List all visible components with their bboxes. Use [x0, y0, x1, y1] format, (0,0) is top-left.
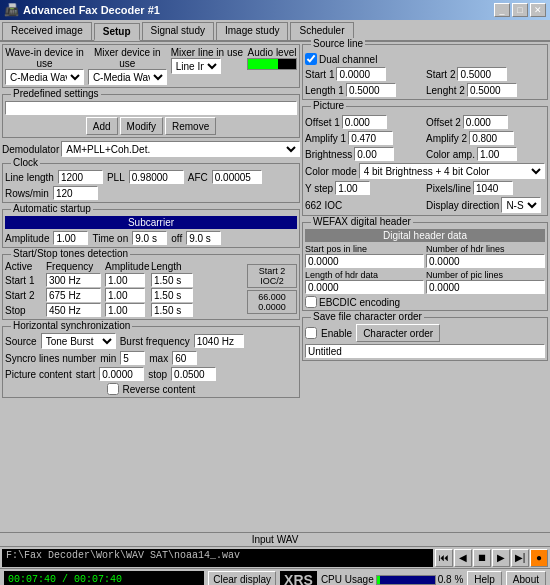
afc-input[interactable]: [212, 170, 262, 184]
demodulator-label: Demodulator: [2, 144, 59, 155]
col-length: Length: [151, 261, 196, 272]
stop-button[interactable]: ⏹: [473, 549, 491, 567]
tab-setup[interactable]: Setup: [94, 23, 140, 41]
amplify2-input[interactable]: [469, 131, 514, 145]
cpu-value: 0.8 %: [438, 574, 464, 585]
record-button[interactable]: ●: [530, 549, 548, 567]
app-icon: 📠: [4, 3, 19, 17]
time-display: 00:07:40 / 00:07:40: [4, 571, 204, 586]
clear-display-button[interactable]: Clear display: [208, 571, 276, 586]
stop-label: Stop: [5, 305, 45, 316]
enable-checkbox[interactable]: [305, 327, 317, 339]
display-dir-select[interactable]: N-S: [501, 197, 541, 213]
picture-content-label: Picture content: [5, 369, 72, 380]
length-hdr-input[interactable]: [305, 280, 424, 294]
tab-received-image[interactable]: Received image: [2, 22, 92, 40]
amplitude-input[interactable]: [53, 231, 88, 245]
y-step-input[interactable]: [335, 181, 370, 195]
stop-freq-input[interactable]: [46, 303, 101, 317]
off-input[interactable]: [186, 231, 221, 245]
horiz-sync-title: Horizontal synchronization: [11, 320, 132, 331]
offset1-input[interactable]: [342, 115, 387, 129]
window-title: Advanced Fax Decoder #1: [23, 4, 160, 16]
start1-amp-input[interactable]: [105, 273, 145, 287]
maximize-button[interactable]: □: [512, 3, 528, 17]
start-pos-input[interactable]: [305, 254, 424, 268]
wave-in-select[interactable]: C-Media Wave Device: [5, 69, 84, 85]
num-hdr-input[interactable]: [426, 254, 545, 268]
num-pic-label: Number of pic lines: [426, 270, 545, 280]
num-pic-input[interactable]: [426, 280, 545, 294]
ebcdic-label: EBCDIC encoding: [319, 297, 400, 308]
filename-input[interactable]: [305, 344, 545, 358]
color-mode-select[interactable]: 4 bit Brightness + 4 bit Color: [359, 163, 545, 179]
amplify1-input[interactable]: [348, 131, 393, 145]
pic-start-input[interactable]: [99, 367, 144, 381]
close-button[interactable]: ✕: [530, 3, 546, 17]
remove-button[interactable]: Remove: [165, 117, 216, 135]
next-button[interactable]: ▶|: [511, 549, 529, 567]
status-bar: 00:07:40 / 00:07:40 Clear display XRS CP…: [0, 568, 550, 585]
mixer-device-label: Mixer device in use: [88, 47, 167, 69]
subcarrier-title: Subcarrier: [5, 216, 297, 229]
line-length-input[interactable]: [58, 170, 103, 184]
sync-min-input[interactable]: [120, 351, 145, 365]
start1-freq-input[interactable]: [46, 273, 101, 287]
offset2-input[interactable]: [463, 115, 508, 129]
afc-label: AFC: [188, 172, 208, 183]
pixels-line-input[interactable]: [473, 181, 513, 195]
start1-len-input[interactable]: [151, 273, 193, 287]
brightness-input[interactable]: [354, 147, 394, 161]
predefined-input[interactable]: [5, 101, 297, 115]
source-line-title: Source line: [311, 38, 365, 49]
col-frequency: Frequency: [46, 261, 104, 272]
burst-freq-label: Burst frequency: [120, 336, 190, 347]
rows-min-input[interactable]: [53, 186, 98, 200]
input-wav-label: Input WAV: [0, 532, 550, 546]
reverse-checkbox[interactable]: [107, 383, 119, 395]
length1-input[interactable]: [346, 83, 396, 97]
offset1-label: Offset 1: [305, 117, 340, 128]
start2-amp-input[interactable]: [105, 288, 145, 302]
rows-min-label: Rows/min: [5, 188, 49, 199]
length2-input[interactable]: [467, 83, 517, 97]
demodulator-select[interactable]: AM+PLL+Coh.Det.: [61, 141, 300, 157]
dual-channel-checkbox[interactable]: [305, 53, 317, 65]
brightness-label: Brightness: [305, 149, 352, 160]
sync-max-input[interactable]: [172, 351, 197, 365]
modify-button[interactable]: Modify: [120, 117, 163, 135]
burst-freq-input[interactable]: [194, 334, 244, 348]
mixer-line-select[interactable]: Line In: [171, 58, 221, 74]
tab-signal-study[interactable]: Signal study: [142, 22, 214, 40]
cpu-progress-bar: [376, 575, 436, 585]
time-on-input[interactable]: [132, 231, 167, 245]
start2-src-input[interactable]: [457, 67, 507, 81]
ioc-overlay2: 66.000 0.0000: [247, 290, 297, 314]
pll-input[interactable]: [129, 170, 184, 184]
source-select[interactable]: Tone Burst: [41, 333, 116, 349]
start1-label: Start 1: [5, 275, 45, 286]
tab-image-study[interactable]: Image study: [216, 22, 288, 40]
length1-label: Length 1: [305, 85, 344, 96]
stop-amp-input[interactable]: [105, 303, 145, 317]
start2-len-input[interactable]: [151, 288, 193, 302]
add-button[interactable]: Add: [86, 117, 118, 135]
rewind-button[interactable]: ⏮: [435, 549, 453, 567]
xrs-label: XRS: [280, 571, 317, 586]
mixer-device-select[interactable]: C-Media Wave Device: [88, 69, 167, 85]
start2-freq-input[interactable]: [46, 288, 101, 302]
help-button[interactable]: Help: [467, 571, 502, 586]
play-button[interactable]: ▶: [492, 549, 510, 567]
color-amp-input[interactable]: [477, 147, 517, 161]
minimize-button[interactable]: _: [494, 3, 510, 17]
start2-label: Start 2: [5, 290, 45, 301]
pic-stop-input[interactable]: [171, 367, 216, 381]
ebcdic-checkbox[interactable]: [305, 296, 317, 308]
about-button[interactable]: About: [506, 571, 546, 586]
prev-button[interactable]: ◀: [454, 549, 472, 567]
amplitude-label: Amplitude: [5, 233, 49, 244]
char-order-button[interactable]: Character order: [356, 324, 440, 342]
stop-len-input[interactable]: [151, 303, 193, 317]
start1-src-input[interactable]: [336, 67, 386, 81]
start-pos-label: Start pos in line: [305, 244, 424, 254]
